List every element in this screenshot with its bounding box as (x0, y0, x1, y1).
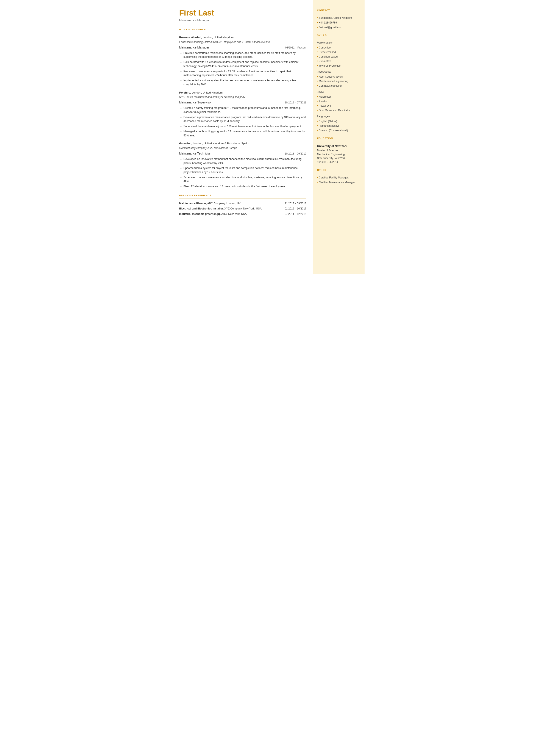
other-item: Certified Facility Manager. (317, 176, 360, 180)
list-item: Developed a preventative maintenance pro… (183, 115, 306, 124)
contact-item: Sunderland, United Kingdom (317, 16, 360, 20)
contact-item: +44 123456789 (317, 21, 360, 25)
skill-item: Contract Negotiation (317, 84, 360, 88)
role-dates: 10/2019 – 07/2021 (285, 101, 306, 104)
list-item: Collaborated with 1K vendors to update e… (183, 60, 306, 68)
education-container: University of New YorkMaster of ScienceM… (317, 144, 360, 164)
prev-exp-left: Industrial Mechanic (Internship), ABC, N… (179, 212, 283, 216)
skill-item: Power Drill (317, 104, 360, 108)
prev-exp-row: Industrial Mechanic (Internship), ABC, N… (179, 212, 306, 216)
prev-exp-left: Maintenance Planner, ABC Company, London… (179, 202, 283, 206)
work-exp-block: Polyhire, London, United KingdomNYSE-lis… (179, 91, 306, 138)
role-name: Maintenance Manager (179, 45, 209, 50)
bullet-list: Created a safety training program for 19… (179, 106, 306, 137)
list-item: Managed an onboarding program for 28 mai… (183, 129, 306, 138)
role-name: Maintenance Supervisor (179, 100, 212, 105)
skills-category-label: Languages: (317, 114, 360, 118)
role-line: Maintenance Technician10/2018 – 09/2019 (179, 151, 306, 156)
skill-item: Towards Predictive (317, 64, 360, 68)
skill-item: Corrective (317, 46, 360, 49)
edu-field: Mechanical Engineering (317, 153, 360, 156)
skills-category-label: Techniques: (317, 70, 360, 74)
prev-exp-row: Electrical and Electronics Installer, XY… (179, 207, 306, 211)
role-line: Maintenance Supervisor10/2019 – 07/2021 (179, 100, 306, 105)
education-section-title: EDUCATION (317, 137, 360, 141)
prev-exp-dates: 07/2014 – 12/2015 (285, 212, 306, 216)
prev-exp-dates: 11/2017 – 09/2018 (285, 202, 306, 206)
role-name: Maintenance Technician (179, 151, 211, 156)
list-item: Developed an innovative method that enha… (183, 157, 306, 165)
list-item: Spearheaded a system for project request… (183, 166, 306, 174)
skill-item: Preventive (317, 59, 360, 63)
skill-item: Multimeter (317, 95, 360, 99)
other-section-title: OTHER (317, 168, 360, 173)
education-block: University of New YorkMaster of ScienceM… (317, 144, 360, 164)
edu-location: New York City, New York (317, 156, 360, 160)
list-item: Implemented a unique system that tracked… (183, 78, 306, 87)
skill-item: Condition-based (317, 55, 360, 59)
skill-item: Maintenance Engineering (317, 79, 360, 83)
skill-item: Aerator (317, 99, 360, 103)
edu-degree: Master of Science (317, 149, 360, 153)
company-desc: Manufacturing company in 25 cities acros… (179, 146, 306, 150)
job-title: Maintenance Manager (179, 18, 306, 23)
skills-section-title: SKILLS (317, 34, 360, 38)
bullet-list: Developed an innovative method that enha… (179, 157, 306, 188)
company-name-line: Resume Worded, London, United Kingdom (179, 35, 306, 40)
previous-experience-section-title: PREVIOUS EXPERIENCE (179, 194, 306, 199)
company-name-line: Growthsi, London, United Kingdom & Barce… (179, 141, 306, 146)
skill-item: English (Native) (317, 119, 360, 123)
other-container: Certified Facility Manager.Certified Mai… (317, 176, 360, 184)
edu-dates: 10/2011 - 06/2014 (317, 160, 360, 164)
skill-item: Predetermined (317, 50, 360, 54)
company-desc: NYSE-listed recruitment and employer bra… (179, 95, 306, 99)
other-item: Certified Maintenance Manager. (317, 181, 360, 184)
list-item: Scheduled routine maintenance on electri… (183, 176, 306, 183)
skill-item: Dust Masks and Respirator (317, 108, 360, 112)
contact-container: Sunderland, United Kingdom+44 123456789f… (317, 16, 360, 29)
prev-exp-left: Electrical and Electronics Installer, XY… (179, 207, 283, 211)
role-dates: 10/2018 – 09/2019 (285, 152, 306, 155)
work-exp-block: Resume Worded, London, United KingdomEdu… (179, 35, 306, 87)
contact-item: first.last@gmail.com (317, 25, 360, 29)
list-item: Fixed 12 electrical motors and 18 pneuma… (183, 184, 306, 188)
prev-exp-row: Maintenance Planner, ABC Company, London… (179, 202, 306, 206)
skills-category-label: Maintenance: (317, 41, 360, 44)
prev-exp-dates: 01/2016 – 10/2017 (285, 207, 306, 211)
edu-school: University of New York (317, 144, 360, 148)
skills-category-label: Tools: (317, 90, 360, 94)
skill-item: Romanian (Native) (317, 124, 360, 128)
contact-section-title: CONTACT (317, 9, 360, 14)
skills-container: Maintenance:CorrectivePredeterminedCondi… (317, 41, 360, 132)
work-experience-section-title: WORK EXPERIENCE (179, 28, 306, 33)
role-dates: 08/2021 – Present (285, 46, 306, 49)
skill-item: Root Cause Analysis (317, 75, 360, 79)
list-item: Processed maintenance requests for 21.6K… (183, 70, 306, 78)
work-exp-block: Growthsi, London, United Kingdom & Barce… (179, 141, 306, 188)
company-desc: Education technology startup with 50+ em… (179, 40, 306, 44)
list-item: Supervised the maintenance jobs of 130 m… (183, 124, 306, 128)
role-line: Maintenance Manager08/2021 – Present (179, 45, 306, 50)
previous-experience-container: Maintenance Planner, ABC Company, London… (179, 202, 306, 216)
company-name-line: Polyhire, London, United Kingdom (179, 91, 306, 95)
work-experience-container: Resume Worded, London, United KingdomEdu… (179, 35, 306, 188)
list-item: Created a safety training program for 19… (183, 106, 306, 114)
candidate-name: First Last (179, 9, 306, 17)
list-item: Provided comfortable residences, learnin… (183, 51, 306, 59)
bullet-list: Provided comfortable residences, learnin… (179, 51, 306, 87)
skill-item: Spanish (Conversational) (317, 128, 360, 132)
